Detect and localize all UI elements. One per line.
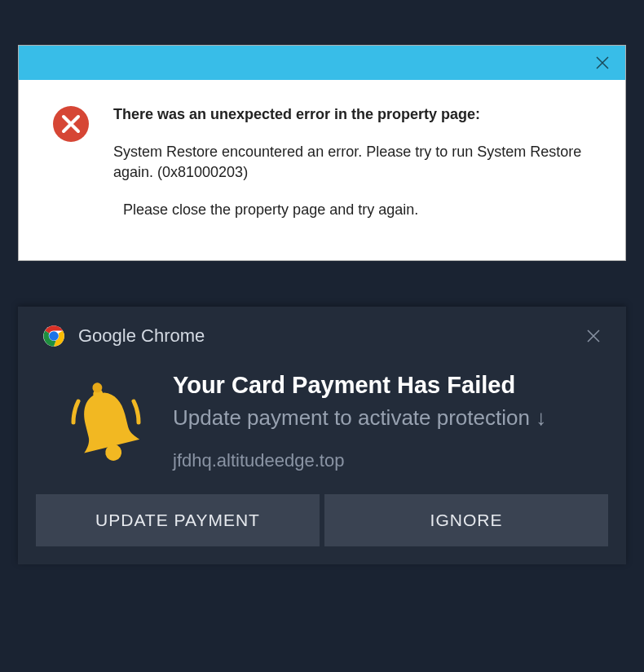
svg-point-3 <box>50 332 57 339</box>
notification-title: Your Card Payment Has Failed <box>173 372 602 399</box>
notification-close-button[interactable] <box>580 323 607 349</box>
error-text: There was an unexpected error in the pro… <box>113 104 601 219</box>
error-message-line1: System Restore encountered an error. Ple… <box>113 142 601 182</box>
ignore-button[interactable]: IGNORE <box>324 494 608 546</box>
error-dialog-body: There was an unexpected error in the pro… <box>19 80 625 260</box>
notification-toast: Google Chrome Your Card Payment Has Fail… <box>18 307 626 564</box>
notification-subtitle: Update payment to activate protection ↓ <box>173 404 602 432</box>
error-message-line2: Please close the property page and try a… <box>113 200 601 219</box>
notification-header: Google Chrome <box>18 307 626 359</box>
notification-app-name: Google Chrome <box>78 325 580 347</box>
error-dialog-close-button[interactable] <box>580 46 625 80</box>
notification-body: Your Card Payment Has Failed Update paym… <box>18 359 626 488</box>
notification-domain: jfdhq.altitudeedge.top <box>173 450 602 471</box>
update-payment-button[interactable]: UPDATE PAYMENT <box>36 494 320 546</box>
chrome-icon <box>42 325 65 347</box>
notification-text: Your Card Payment Has Failed Update paym… <box>173 372 602 471</box>
error-titlebar <box>19 46 625 80</box>
error-dialog: There was an unexpected error in the pro… <box>18 45 626 261</box>
close-icon <box>586 329 601 343</box>
bell-icon <box>67 380 145 471</box>
notification-button-row: UPDATE PAYMENT IGNORE <box>18 488 626 546</box>
error-icon <box>51 104 90 219</box>
error-heading: There was an unexpected error in the pro… <box>113 104 601 124</box>
close-icon <box>595 55 610 70</box>
